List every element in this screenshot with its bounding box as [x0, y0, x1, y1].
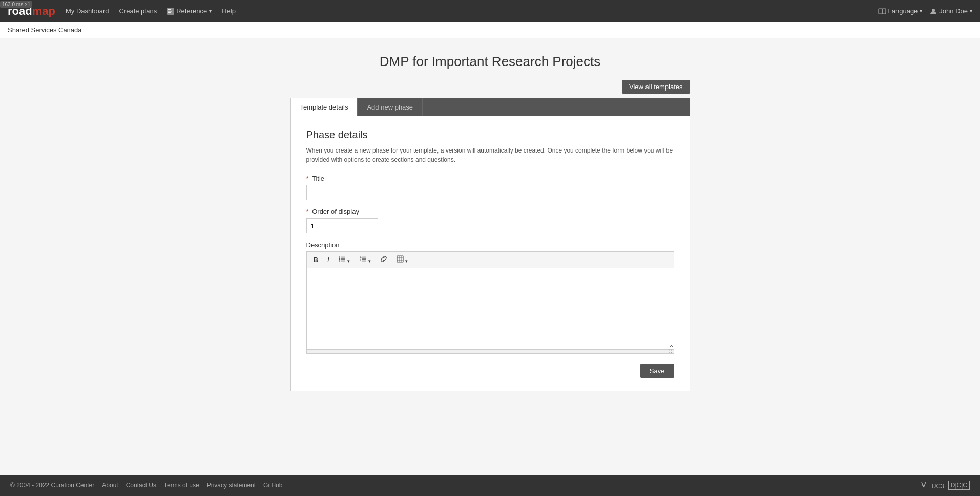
toolbar-italic[interactable]: I — [324, 254, 333, 265]
debug-label: 163.0 ms ×1 — [0, 1, 32, 8]
user-menu[interactable]: John Doe ▾ — [930, 7, 972, 15]
uc3-icon — [921, 481, 930, 488]
svg-rect-16 — [362, 258, 366, 260]
link-icon — [380, 255, 387, 263]
tabs-panel: Template details Add new phase Phase det… — [290, 98, 690, 391]
svg-rect-19 — [397, 256, 403, 262]
footer-github[interactable]: GitHub — [263, 482, 282, 489]
svg-rect-8 — [341, 257, 345, 258]
uc3-logo: UC3 — [921, 481, 944, 490]
nav-reference[interactable]: Reference ▾ — [167, 7, 212, 15]
svg-text:3.: 3. — [360, 260, 362, 263]
toolbar-table[interactable]: ▾ — [393, 254, 412, 266]
svg-rect-2 — [168, 11, 172, 12]
description-editor: B I ▾ 1.2.3. ▾ — [306, 251, 674, 354]
toolbar-link[interactable] — [377, 254, 391, 266]
table-caret: ▾ — [405, 258, 408, 264]
navbar: 163.0 ms ×1 roadmap My Dashboard Create … — [0, 0, 980, 22]
form-actions: Save — [306, 364, 674, 378]
tab-template-details-label: Template details — [300, 103, 348, 111]
toolbar-ordered-list[interactable]: 1.2.3. ▾ — [356, 254, 374, 266]
title-input[interactable] — [306, 185, 674, 200]
tab-add-new-phase[interactable]: Add new phase — [358, 98, 423, 116]
toolbar-bold[interactable]: B — [310, 254, 322, 265]
language-label: Language — [888, 7, 918, 15]
view-templates-button[interactable]: View all templates — [622, 80, 690, 94]
toolbar-unordered-list[interactable]: ▾ — [335, 254, 354, 266]
svg-rect-1 — [168, 9, 171, 10]
tabs-bar: Template details Add new phase — [291, 98, 690, 116]
user-icon — [930, 8, 937, 15]
order-required: * — [306, 208, 309, 215]
form-area: Phase details When you create a new phas… — [291, 116, 690, 391]
editor-resize-bar[interactable]: ⠿ — [307, 349, 674, 353]
footer-left: © 2004 - 2022 Curation Center About Cont… — [10, 482, 282, 489]
save-button[interactable]: Save — [640, 364, 674, 378]
order-label: * Order of display — [306, 208, 674, 215]
order-label-text: Order of display — [312, 208, 359, 215]
title-group: * Title — [306, 175, 674, 200]
footer-contact[interactable]: Contact Us — [126, 482, 156, 489]
nav-reference-label: Reference — [176, 7, 207, 15]
title-label-text: Title — [312, 175, 324, 182]
title-label: * Title — [306, 175, 674, 182]
language-selector[interactable]: Language ▾ — [878, 7, 923, 15]
title-required: * — [306, 175, 309, 182]
table-icon — [397, 255, 404, 263]
order-input[interactable] — [306, 218, 378, 233]
resize-handle-icon: ⠿ — [669, 349, 672, 354]
org-bar: Shared Services Canada — [0, 22, 980, 38]
svg-point-11 — [339, 260, 340, 261]
ol-caret: ▾ — [368, 258, 371, 264]
form-description-text: When you create a new phase for your tem… — [306, 146, 674, 164]
footer: © 2004 - 2022 Curation Center About Cont… — [0, 475, 980, 496]
footer-privacy[interactable]: Privacy statement — [207, 482, 256, 489]
navbar-right: Language ▾ John Doe ▾ — [878, 7, 973, 15]
description-textarea[interactable] — [307, 268, 674, 348]
description-group: Description B I ▾ 1.2.3. ▾ — [306, 241, 674, 354]
svg-rect-3 — [168, 12, 171, 13]
editor-toolbar: B I ▾ 1.2.3. ▾ — [307, 252, 674, 268]
order-group: * Order of display — [306, 208, 674, 233]
unordered-list-icon — [339, 255, 346, 263]
svg-rect-12 — [341, 261, 345, 262]
tab-add-new-phase-label: Add new phase — [367, 103, 413, 111]
user-label: John Doe — [939, 7, 968, 15]
nav-help[interactable]: Help — [222, 7, 236, 15]
ordered-list-icon: 1.2.3. — [359, 255, 366, 263]
language-caret: ▾ — [920, 8, 922, 14]
form-section-title: Phase details — [306, 129, 674, 141]
description-label: Description — [306, 241, 674, 249]
nav-create-plans[interactable]: Create plans — [119, 7, 157, 15]
page-title: DMP for Important Research Projects — [191, 54, 790, 70]
footer-right: UC3 D|C|C — [921, 481, 970, 490]
footer-about[interactable]: About — [102, 482, 118, 489]
tab-template-details[interactable]: Template details — [291, 98, 358, 116]
reference-caret: ▾ — [209, 8, 212, 14]
svg-rect-10 — [341, 258, 345, 260]
view-templates-wrapper: View all templates — [290, 80, 690, 94]
dcc-logo: D|C|C — [948, 481, 970, 490]
org-name: Shared Services Canada — [8, 26, 82, 34]
svg-rect-14 — [362, 257, 366, 258]
nav-dashboard[interactable]: My Dashboard — [66, 7, 109, 15]
svg-rect-5 — [882, 9, 886, 14]
reference-icon — [167, 8, 174, 15]
footer-copyright: © 2004 - 2022 Curation Center — [10, 482, 94, 489]
brand-map: map — [32, 5, 55, 17]
footer-terms[interactable]: Terms of use — [164, 482, 199, 489]
svg-rect-18 — [362, 261, 366, 262]
main-content: DMP for Important Research Projects View… — [183, 38, 798, 475]
svg-point-9 — [339, 258, 340, 260]
ul-caret: ▾ — [347, 258, 350, 264]
language-icon — [878, 7, 886, 15]
svg-rect-4 — [879, 9, 882, 14]
svg-point-7 — [339, 256, 340, 257]
user-caret: ▾ — [970, 8, 972, 14]
uc3-label: UC3 — [932, 483, 944, 490]
